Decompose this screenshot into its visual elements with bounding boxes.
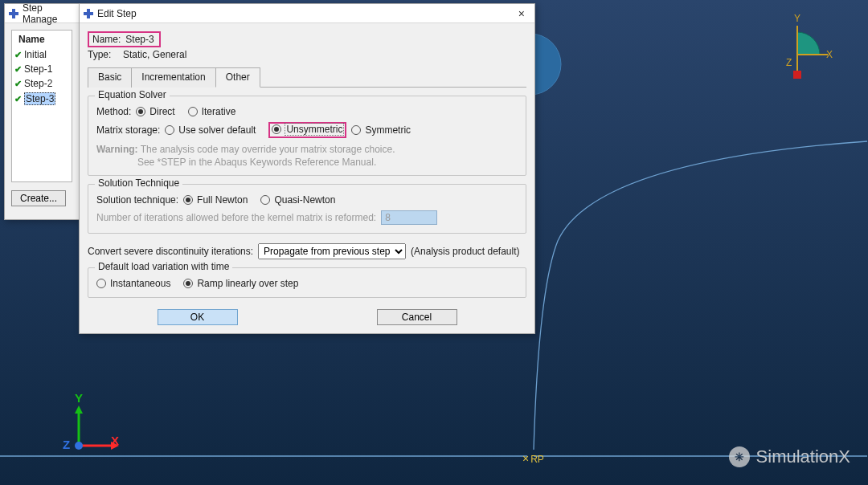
tab-incrementation[interactable]: Incrementation (131, 67, 215, 88)
matrix-unsymmetric-option[interactable]: Unsymmetric (272, 124, 343, 135)
check-icon: ✔ (14, 64, 23, 75)
triad-bottom-left: Y X Z (63, 401, 135, 468)
app-icon (8, 8, 19, 19)
radio-icon (136, 107, 145, 116)
group-legend: Default load variation with time (95, 261, 232, 272)
type-value: Static, General (123, 49, 186, 60)
step-list[interactable]: Name ✔Initial ✔Step-1 ✔Step-2 ✔Step-3 (11, 30, 72, 182)
radio-icon (188, 107, 198, 116)
step-manager-titlebar[interactable]: Step Manage (5, 4, 79, 23)
tab-strip: Basic Incrementation Other (88, 67, 526, 88)
triad-x-label: X (111, 434, 119, 447)
csdi-select[interactable]: Propagate from previous step (258, 243, 406, 259)
tab-other[interactable]: Other (215, 67, 260, 88)
matrix-highlight: Unsymmetric (268, 122, 346, 138)
step-manager-title: Step Manage (23, 2, 76, 25)
edit-step-titlebar[interactable]: Edit Step × (80, 4, 534, 23)
svg-rect-10 (793, 71, 801, 79)
iter-label: Number of iterations allowed before the … (96, 212, 376, 223)
ramp-option[interactable]: Ramp linearly over step (183, 278, 298, 289)
radio-icon (260, 195, 270, 205)
radio-icon (96, 279, 106, 288)
edit-step-title: Edit Step (97, 8, 512, 19)
tab-basic[interactable]: Basic (88, 67, 132, 88)
method-direct-option[interactable]: Direct (136, 106, 174, 117)
equation-solver-group: Equation Solver Method: Direct Iterative… (88, 96, 526, 176)
triad-y-label: Y (75, 391, 83, 405)
edit-step-window: Edit Step × Name: Step-3 Type: Static, G… (79, 3, 535, 334)
list-item[interactable]: ✔Step-1 (12, 62, 72, 76)
watermark: ✳ SimulationX (729, 446, 850, 467)
triad-z-label: Z (63, 438, 70, 451)
solution-technique-group: Solution Technique Solution technique: F… (88, 184, 526, 234)
triad-top-right: Y X Z (765, 22, 829, 90)
svg-rect-13 (12, 9, 15, 18)
step-list-header: Name (12, 31, 72, 47)
list-item[interactable]: ✔Step-2 (12, 76, 72, 91)
full-newton-option[interactable]: Full Newton (183, 194, 248, 206)
list-item[interactable]: ✔Initial (12, 47, 72, 62)
close-icon[interactable]: × (512, 7, 531, 20)
group-legend: Solution Technique (95, 177, 182, 189)
matrix-storage-label: Matrix storage: (96, 124, 160, 136)
name-highlight: Name: Step-3 (88, 31, 161, 47)
method-label: Method: (96, 106, 131, 117)
svg-marker-6 (75, 406, 83, 414)
solution-technique-label: Solution technique: (96, 194, 178, 206)
svg-rect-15 (87, 9, 90, 18)
group-legend: Equation Solver (95, 89, 170, 100)
check-icon: ✔ (14, 94, 23, 104)
instantaneous-option[interactable]: Instantaneous (96, 278, 170, 289)
csdi-note: (Analysis product default) (411, 246, 519, 257)
type-label: Type: (88, 49, 118, 60)
reference-point-label: RP (522, 452, 544, 465)
app-icon (83, 8, 94, 19)
warning-text: Warning: The analysis code may override … (96, 143, 518, 169)
quasi-newton-option[interactable]: Quasi-Newton (260, 194, 335, 206)
radio-icon (272, 124, 281, 134)
list-item[interactable]: ✔Step-3 (12, 91, 72, 107)
svg-point-7 (75, 442, 83, 450)
check-icon: ✔ (14, 50, 23, 60)
cancel-button[interactable]: Cancel (377, 309, 457, 325)
radio-icon (165, 125, 174, 135)
wechat-icon: ✳ (729, 446, 750, 467)
default-load-variation-group: Default load variation with time Instant… (88, 267, 526, 298)
radio-icon (183, 279, 193, 288)
watermark-text: SimulationX (756, 446, 850, 467)
name-value: Step-3 (125, 34, 154, 45)
ok-button[interactable]: OK (158, 309, 238, 325)
method-iterative-option[interactable]: Iterative (188, 106, 236, 117)
csdi-label: Convert severe discontinuity iterations: (88, 246, 253, 257)
radio-icon (351, 125, 361, 135)
name-label: Name: (92, 34, 121, 45)
matrix-default-option[interactable]: Use solver default (165, 124, 256, 136)
matrix-symmetric-option[interactable]: Symmetric (351, 124, 411, 136)
iter-field[interactable]: 8 (381, 210, 437, 225)
step-manager-window: Step Manage Name ✔Initial ✔Step-1 ✔Step-… (4, 3, 80, 220)
check-icon: ✔ (14, 79, 23, 89)
create-button[interactable]: Create... (11, 190, 66, 206)
radio-icon (183, 195, 193, 205)
